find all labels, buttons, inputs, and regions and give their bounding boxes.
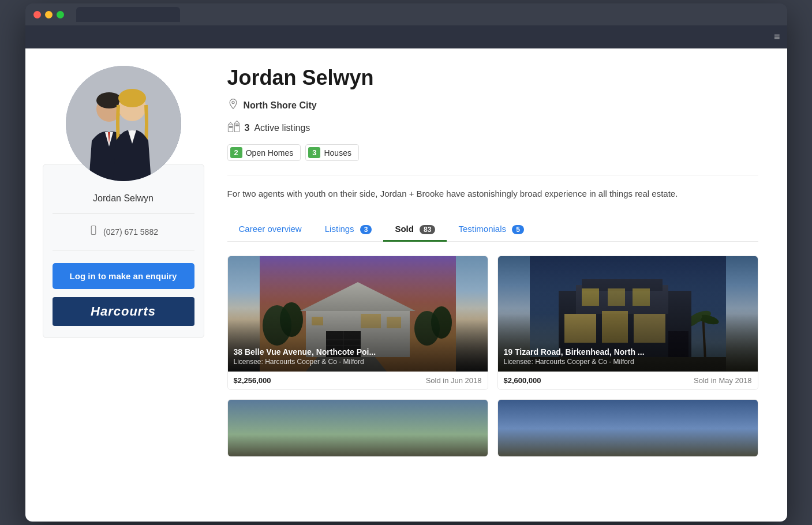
avatar	[66, 66, 181, 181]
listings-grid: 38 Belle Vue Avenue, Northcote Poi... Li…	[227, 256, 758, 457]
listing-card-2[interactable]: 19 Tizard Road, Birkenhead, North ... Li…	[497, 256, 758, 390]
tab-testimonials-label: Testimonials	[458, 224, 506, 234]
sidebar: Jordan Selwyn (027) 671 5882 Log in to m…	[43, 66, 204, 457]
divider-1	[53, 213, 194, 213]
tab-sold-badge: 83	[420, 225, 435, 234]
traffic-light-red[interactable]	[33, 11, 41, 18]
listing-image-4	[498, 400, 758, 457]
houses-label: Houses	[324, 148, 351, 158]
tab-career-overview-label: Career overview	[239, 224, 302, 234]
open-homes-label: Open Homes	[246, 148, 293, 158]
divider-2	[53, 250, 194, 250]
tags-row: 2 Open Homes 3 Houses	[227, 144, 758, 161]
listing-image-2: 19 Tizard Road, Birkenhead, North ... Li…	[498, 256, 758, 372]
browser-titlebar	[25, 3, 787, 25]
listing-card-1[interactable]: 38 Belle Vue Avenue, Northcote Poi... Li…	[227, 256, 488, 390]
section-divider	[227, 175, 758, 175]
svg-rect-13	[231, 126, 232, 127]
listing-price-2: $2,600,000	[504, 376, 541, 385]
tab-testimonials-badge: 5	[512, 225, 524, 234]
bio-text: For two agents with youth on their side,…	[227, 187, 758, 201]
svg-rect-10	[228, 125, 233, 132]
tab-sold-label: Sold	[395, 224, 414, 234]
listing-sold-1: Sold in Jun 2018	[426, 376, 482, 385]
tag-houses[interactable]: 3 Houses	[305, 144, 359, 161]
listing-licensee-1: Licensee: Harcourts Cooper & Co - Milfor…	[234, 358, 482, 366]
listing-card-4[interactable]	[497, 399, 758, 457]
avatar-svg	[66, 66, 181, 181]
listing-price-1: $2,256,000	[234, 376, 271, 385]
browser-toolbar: ≡	[25, 25, 787, 48]
traffic-light-green[interactable]	[57, 11, 64, 18]
phone-icon	[88, 225, 99, 238]
building-icon	[227, 121, 240, 135]
browser-window: ≡	[25, 3, 787, 522]
houses-badge: 3	[308, 147, 320, 158]
svg-point-6	[118, 89, 146, 107]
browser-content: Jordan Selwyn (027) 671 5882 Log in to m…	[25, 48, 787, 522]
listing-image-1: 38 Belle Vue Avenue, Northcote Poi... Li…	[228, 256, 488, 372]
listing-address-2: 19 Tizard Road, Birkenhead, North ...	[504, 347, 752, 357]
tabs-row: Career overview Listings 3 Sold 83 Testi…	[227, 217, 758, 242]
listing-footer-2: $2,600,000 Sold in May 2018	[498, 372, 758, 389]
listing-licensee-2: Licensee: Harcourts Cooper & Co - Milfor…	[504, 358, 752, 366]
phone-row: (027) 671 5882	[53, 220, 194, 243]
open-homes-badge: 2	[230, 147, 242, 158]
svg-rect-7	[91, 226, 96, 235]
main-content: Jordan Selwyn North Shore City	[227, 66, 758, 457]
tab-listings[interactable]: Listings 3	[313, 217, 384, 241]
listing-card-3[interactable]	[227, 399, 488, 457]
enquiry-button[interactable]: Log in to make an enquiry	[53, 263, 194, 289]
svg-rect-15	[237, 125, 238, 126]
page-layout: Jordan Selwyn (027) 671 5882 Log in to m…	[43, 66, 758, 457]
agent-name-heading: Jordan Selwyn	[227, 66, 758, 90]
listing-footer-1: $2,256,000 Sold in Jun 2018	[228, 372, 488, 389]
menu-icon[interactable]: ≡	[774, 31, 780, 43]
active-listings-label: Active listings	[254, 123, 310, 133]
tab-listings-label: Listings	[325, 224, 354, 234]
tab-listings-badge: 3	[360, 225, 372, 234]
sidebar-agent-name: Jordan Selwyn	[53, 193, 194, 204]
listing-sold-2: Sold in May 2018	[694, 376, 751, 385]
agency-logo: Harcourts	[53, 297, 194, 326]
tab-sold[interactable]: Sold 83	[383, 217, 447, 241]
tag-open-homes[interactable]: 2 Open Homes	[227, 144, 301, 161]
agent-card: Jordan Selwyn (027) 671 5882 Log in to m…	[43, 164, 204, 338]
phone-number: (027) 671 5882	[103, 227, 158, 237]
listing-overlay-1: 38 Belle Vue Avenue, Northcote Poi... Li…	[228, 342, 488, 372]
svg-rect-14	[235, 125, 237, 126]
listings-row: 3 Active listings	[227, 121, 758, 135]
location-row: North Shore City	[227, 98, 758, 112]
listing-overlay-2: 19 Tizard Road, Birkenhead, North ... Li…	[498, 342, 758, 372]
tab-testimonials[interactable]: Testimonials 5	[447, 217, 535, 241]
listing-image-3	[228, 400, 488, 457]
location-text: North Shore City	[244, 100, 317, 111]
listing-address-1: 38 Belle Vue Avenue, Northcote Poi...	[234, 347, 482, 357]
svg-point-9	[231, 101, 234, 103]
svg-rect-12	[229, 126, 230, 127]
active-listings-count: 3	[245, 123, 250, 133]
location-icon	[227, 98, 239, 112]
traffic-light-yellow[interactable]	[45, 11, 53, 18]
browser-tab[interactable]	[76, 7, 180, 22]
tab-career-overview[interactable]: Career overview	[227, 217, 313, 241]
